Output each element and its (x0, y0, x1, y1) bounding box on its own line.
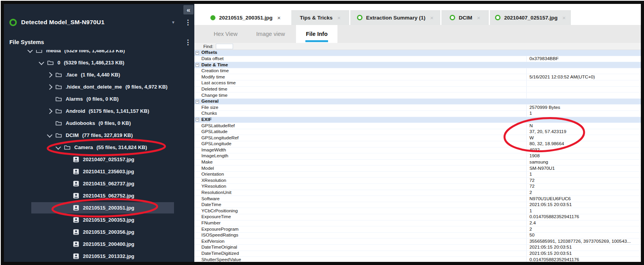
tree-item-20210515-200356-jpg[interactable]: 20210515_200356.jpg (4, 226, 194, 238)
tree-item-android[interactable]: Android(5175 files, 1,141,157 KB) (4, 105, 194, 117)
info-row-model[interactable]: ModelSM-N970U1 (194, 165, 641, 172)
property-name: DateTimeDigitized (200, 251, 526, 256)
info-row-gpslatitude[interactable]: GPSLatitude37, 20, 57.423119 (194, 129, 641, 135)
tab-tips-tricks[interactable]: Tips & Tricks× (291, 10, 349, 25)
tree-item-20210515-200353-jpg[interactable]: 20210515_200353.jpg (4, 214, 194, 226)
info-row-gpslongituderef[interactable]: GPSLongitudeRefW (194, 135, 641, 141)
info-row-xresolution[interactable]: XResolution72 (194, 178, 641, 184)
property-value: 0.014705882352941176 (526, 214, 641, 220)
info-row-modify-time[interactable]: Modify time5/16/2021 12:03:52 AM(UTC+0) (194, 74, 641, 80)
chevron-down-icon[interactable] (56, 144, 61, 149)
chevron-down-icon[interactable] (47, 132, 52, 137)
info-row-ycbcrpositioning[interactable]: YCbCrPositioning1 (194, 208, 641, 214)
tree-item-20210415-062737-jpg[interactable]: 20210415_062737.jpg (4, 178, 194, 190)
tree-item-20210515-200351-jpg[interactable]: 20210515_200351.jpg (4, 202, 194, 214)
collapse-box-icon[interactable] (196, 118, 199, 121)
tree-item-dcim[interactable]: DCIM(77 files, 327,819 KB) (4, 129, 194, 141)
section-row-general[interactable]: General (194, 99, 641, 105)
info-row-change-time[interactable]: Change time (194, 92, 641, 99)
info-row-last-access-time[interactable]: Last access time (194, 80, 641, 87)
info-row-datetime[interactable]: DateTime2021:05:15 20:03:51 (194, 202, 641, 208)
info-row-exposureprogram[interactable]: ExposureProgram2 (194, 226, 641, 233)
row-gutter (194, 196, 200, 202)
close-icon[interactable]: × (277, 14, 281, 21)
chevron-down-icon[interactable]: ▾ (172, 20, 174, 25)
image-file-icon (73, 157, 79, 162)
tree-item-20210515-200400-jpg[interactable]: 20210515_200400.jpg (4, 238, 194, 250)
close-icon[interactable]: × (337, 14, 341, 21)
sidebar-collapse-button[interactable]: « (183, 5, 194, 14)
tree-item-20210407-025157-jpg[interactable]: 20210407_025157.jpg (4, 153, 194, 165)
info-row-data-offset[interactable]: Data offset0x379834BBF (194, 56, 641, 62)
close-icon[interactable]: × (477, 14, 481, 21)
info-row-isospeedratings[interactable]: ISOSpeedRatings50 (194, 233, 641, 239)
section-row-exif[interactable]: EXIF (194, 117, 641, 123)
tab-extraction-summary-1[interactable]: Extraction Summary (1)× (350, 10, 440, 25)
info-row-creation-time[interactable]: Creation time (194, 68, 641, 75)
info-row-fnumber[interactable]: FNumber2.4 (194, 221, 641, 227)
collapse-box-icon[interactable] (196, 51, 199, 55)
property-name: Model (200, 166, 526, 171)
collapse-box-icon[interactable] (196, 63, 199, 67)
tree-item-20210411-235603-jpg[interactable]: 20210411_235603.jpg (4, 165, 194, 178)
tree-item-audiobooks[interactable]: Audiobooks(0 files, 0 KB) (4, 117, 194, 129)
property-value (526, 117, 641, 123)
view-tab-file-info[interactable]: File Info (296, 25, 337, 43)
tree-item-label: 20210515_201332.jpg (83, 253, 135, 259)
tree-item-face[interactable]: .face(1 file, 4,440 KB) (4, 69, 194, 81)
chevron-right-icon[interactable] (47, 108, 52, 114)
tree-item-0[interactable]: 0(5329 files, 1,486,213 KB) (4, 57, 194, 69)
info-row-make[interactable]: Makesamsung (194, 160, 641, 166)
info-row-exifversion[interactable]: ExifVersion3556585991, 120387726, 397370… (194, 238, 641, 245)
close-icon[interactable]: × (562, 14, 566, 21)
info-row-resolutionunit[interactable]: ResolutionUnit2 (194, 190, 641, 196)
tab-20210515-200351-jpg[interactable]: 20210515_200351.jpg× (201, 10, 290, 25)
info-row-chunks[interactable]: Chunks1 (194, 111, 641, 117)
tree-item-label: 20210515_200400.jpg (83, 241, 135, 247)
tree-item-alarms[interactable]: Alarms(0 files, 0 KB) (4, 93, 194, 105)
tab-20210407-025157-jpg[interactable]: 20210407_025157.jpg× (490, 10, 571, 25)
tree-item-label: Audiobooks (66, 120, 95, 126)
folder-icon (56, 121, 62, 126)
info-row-datetimedigitized[interactable]: DateTimeDigitized2021:05:15 20:03:51 (194, 251, 641, 257)
view-tab-hex-view[interactable]: Hex View (206, 25, 245, 43)
row-gutter (194, 123, 200, 129)
chevron-right-icon[interactable] (47, 72, 52, 77)
info-row-datetimeoriginal[interactable]: DateTimeOriginal2021:05:15 20:03:51 (194, 245, 641, 251)
chevron-down-icon[interactable] (27, 50, 33, 53)
info-row-orientation[interactable]: Orientation1 (194, 172, 641, 178)
chevron-right-icon[interactable] (47, 84, 52, 89)
tree-item-20210515-201332-jpg[interactable]: 20210515_201332.jpg (4, 250, 194, 262)
file-systems-menu-icon[interactable]: ⋮ (185, 39, 191, 46)
section-row-date-time[interactable]: Date & Time (194, 62, 641, 68)
model-menu-icon[interactable]: ⋮ (185, 19, 191, 26)
info-row-gpslatituderef[interactable]: GPSLatitudeRefN (194, 123, 641, 129)
info-row-exposuretime[interactable]: ExposureTime0.014705882352941176 (194, 214, 641, 221)
tree-item-20210415-062752-jpg[interactable]: 20210415_062752.jpg (4, 190, 194, 202)
info-row-imagewidth[interactable]: ImageWidth4032 (194, 148, 641, 154)
info-row-gpslongitude[interactable]: GPSLongitude80, 32, 18.98664 (194, 141, 641, 148)
property-value (526, 92, 641, 98)
find-bar: Find: (194, 43, 641, 50)
collapse-box-icon[interactable] (196, 100, 199, 103)
tree-item-media[interactable]: media(5329 files, 1,486,213 KB) (4, 50, 194, 57)
tree-item-hidex-dont-delete-me[interactable]: .hidex_dont_delete_me(9 files, 4,972 KB) (4, 81, 194, 93)
chevron-down-icon[interactable] (39, 59, 44, 65)
view-tab-image-view[interactable]: Image view (245, 25, 296, 43)
tree-item-camera[interactable]: Camera(55 files, 314,824 KB) (4, 141, 194, 153)
close-icon[interactable]: × (430, 14, 434, 21)
info-row-software[interactable]: SoftwareN970U1UEU6FUC6 (194, 196, 641, 202)
property-name: ResolutionUnit (200, 190, 526, 195)
info-row-yresolution[interactable]: YResolution72 (194, 184, 641, 190)
section-row-offsets[interactable]: Offsets (194, 50, 641, 56)
property-name: Data offset (200, 57, 526, 61)
info-row-deleted-time[interactable]: Deleted time (194, 87, 641, 93)
property-name: GPSLongitudeRef (200, 136, 526, 141)
info-row-shutterspeedvalue[interactable]: ShutterSpeedValue0.014705882352941176 (194, 257, 641, 262)
detected-model-row[interactable]: Detected Model_SM-N970U1 ▾ ⋮ (4, 16, 194, 29)
file-tree: media(5329 files, 1,486,213 KB)0(5329 fi… (4, 50, 194, 262)
info-row-imagelength[interactable]: ImageLength1908 (194, 153, 641, 160)
tab-dcim[interactable]: DCIM× (441, 10, 489, 25)
info-row-file-size[interactable]: File size2570999 Bytes (194, 105, 641, 111)
find-input[interactable] (216, 44, 233, 49)
